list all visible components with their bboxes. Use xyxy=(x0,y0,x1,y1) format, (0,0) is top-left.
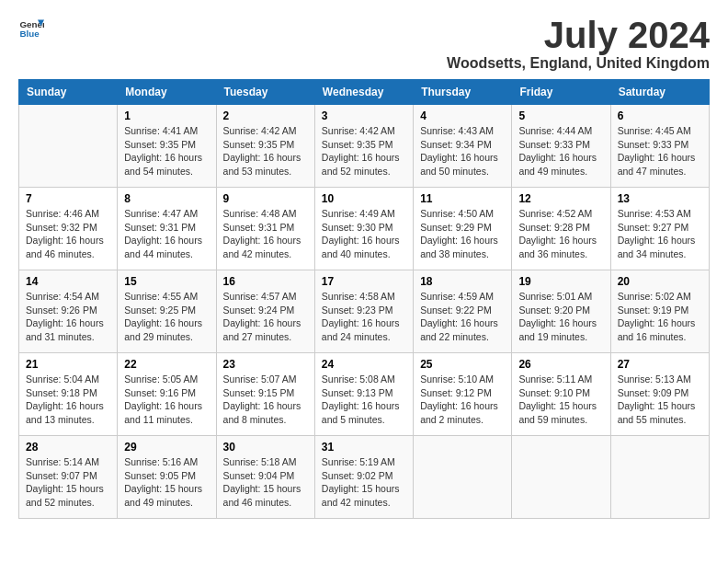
day-number: 12 xyxy=(518,192,603,205)
day-info: Sunrise: 4:49 AMSunset: 9:30 PMDaylight:… xyxy=(322,207,406,261)
day-info: Sunrise: 4:50 AMSunset: 9:29 PMDaylight:… xyxy=(420,207,505,261)
day-info: Sunrise: 5:07 AMSunset: 9:15 PMDaylight:… xyxy=(223,373,308,427)
day-info: Sunrise: 4:47 AMSunset: 9:31 PMDaylight:… xyxy=(124,207,209,261)
day-info: Sunrise: 5:02 AMSunset: 9:19 PMDaylight:… xyxy=(618,290,702,344)
location-title: Woodsetts, England, United Kingdom xyxy=(447,55,710,72)
calendar-cell: 3Sunrise: 4:42 AMSunset: 9:35 PMDaylight… xyxy=(314,105,413,188)
day-info: Sunrise: 4:42 AMSunset: 9:35 PMDaylight:… xyxy=(223,124,308,178)
calendar-cell: 25Sunrise: 5:10 AMSunset: 9:12 PMDayligh… xyxy=(414,353,512,436)
calendar-cell: 13Sunrise: 4:53 AMSunset: 9:27 PMDayligh… xyxy=(610,188,709,270)
weekday-header-tuesday: Tuesday xyxy=(216,80,314,105)
day-info: Sunrise: 4:54 AMSunset: 9:26 PMDaylight:… xyxy=(26,290,110,344)
day-info: Sunrise: 4:59 AMSunset: 9:22 PMDaylight:… xyxy=(420,290,505,344)
day-number: 7 xyxy=(26,192,110,205)
calendar-week-row: 7Sunrise: 4:46 AMSunset: 9:32 PMDaylight… xyxy=(19,188,710,270)
day-info: Sunrise: 4:42 AMSunset: 9:35 PMDaylight:… xyxy=(322,124,406,178)
day-number: 27 xyxy=(618,358,702,371)
day-info: Sunrise: 4:53 AMSunset: 9:27 PMDaylight:… xyxy=(618,207,702,261)
day-number: 19 xyxy=(518,275,603,288)
logo: General Blue xyxy=(18,15,44,40)
calendar-week-row: 14Sunrise: 4:54 AMSunset: 9:26 PMDayligh… xyxy=(19,270,710,353)
calendar-week-row: 21Sunrise: 5:04 AMSunset: 9:18 PMDayligh… xyxy=(19,353,710,436)
calendar-cell: 28Sunrise: 5:14 AMSunset: 9:07 PMDayligh… xyxy=(19,436,118,519)
calendar-cell: 18Sunrise: 4:59 AMSunset: 9:22 PMDayligh… xyxy=(414,270,512,353)
calendar-cell: 16Sunrise: 4:57 AMSunset: 9:24 PMDayligh… xyxy=(216,270,314,353)
calendar-table: SundayMondayTuesdayWednesdayThursdayFrid… xyxy=(18,79,710,519)
calendar-cell: 11Sunrise: 4:50 AMSunset: 9:29 PMDayligh… xyxy=(414,188,512,270)
day-number: 17 xyxy=(322,275,406,288)
weekday-header-sunday: Sunday xyxy=(19,80,118,105)
day-number: 16 xyxy=(223,275,308,288)
calendar-week-row: 28Sunrise: 5:14 AMSunset: 9:07 PMDayligh… xyxy=(19,436,710,519)
calendar-cell xyxy=(414,436,512,519)
day-info: Sunrise: 5:14 AMSunset: 9:07 PMDaylight:… xyxy=(26,455,110,510)
day-number: 15 xyxy=(124,275,209,288)
calendar-week-row: 1Sunrise: 4:41 AMSunset: 9:35 PMDaylight… xyxy=(19,105,710,188)
calendar-cell: 29Sunrise: 5:16 AMSunset: 9:05 PMDayligh… xyxy=(118,436,216,519)
weekday-header-monday: Monday xyxy=(118,80,216,105)
day-number: 24 xyxy=(322,358,406,371)
day-info: Sunrise: 4:44 AMSunset: 9:33 PMDaylight:… xyxy=(518,124,603,178)
day-info: Sunrise: 4:55 AMSunset: 9:25 PMDaylight:… xyxy=(124,290,209,344)
day-number: 2 xyxy=(223,109,308,122)
svg-text:Blue: Blue xyxy=(19,29,40,39)
day-number: 26 xyxy=(518,358,603,371)
calendar-cell: 20Sunrise: 5:02 AMSunset: 9:19 PMDayligh… xyxy=(610,270,709,353)
calendar-cell: 6Sunrise: 4:45 AMSunset: 9:33 PMDaylight… xyxy=(610,105,709,188)
page-header: General Blue July 2024 Woodsetts, Englan… xyxy=(18,15,710,72)
weekday-header-friday: Friday xyxy=(512,80,610,105)
calendar-cell: 7Sunrise: 4:46 AMSunset: 9:32 PMDaylight… xyxy=(19,188,118,270)
calendar-cell: 4Sunrise: 4:43 AMSunset: 9:34 PMDaylight… xyxy=(414,105,512,188)
calendar-cell: 21Sunrise: 5:04 AMSunset: 9:18 PMDayligh… xyxy=(19,353,118,436)
day-info: Sunrise: 5:04 AMSunset: 9:18 PMDaylight:… xyxy=(26,373,110,427)
day-info: Sunrise: 5:08 AMSunset: 9:13 PMDaylight:… xyxy=(322,373,406,427)
day-info: Sunrise: 4:46 AMSunset: 9:32 PMDaylight:… xyxy=(26,207,110,261)
day-number: 13 xyxy=(618,192,702,205)
day-info: Sunrise: 5:05 AMSunset: 9:16 PMDaylight:… xyxy=(124,373,209,427)
day-number: 10 xyxy=(322,192,406,205)
calendar-cell: 14Sunrise: 4:54 AMSunset: 9:26 PMDayligh… xyxy=(19,270,118,353)
day-number: 23 xyxy=(223,358,308,371)
calendar-cell: 17Sunrise: 4:58 AMSunset: 9:23 PMDayligh… xyxy=(314,270,413,353)
calendar-cell: 27Sunrise: 5:13 AMSunset: 9:09 PMDayligh… xyxy=(610,353,709,436)
calendar-cell: 15Sunrise: 4:55 AMSunset: 9:25 PMDayligh… xyxy=(118,270,216,353)
day-number: 1 xyxy=(124,109,209,122)
day-number: 8 xyxy=(124,192,209,205)
calendar-cell xyxy=(512,436,610,519)
day-info: Sunrise: 5:16 AMSunset: 9:05 PMDaylight:… xyxy=(124,455,209,510)
day-info: Sunrise: 4:57 AMSunset: 9:24 PMDaylight:… xyxy=(223,290,308,344)
day-info: Sunrise: 4:41 AMSunset: 9:35 PMDaylight:… xyxy=(124,124,209,178)
day-number: 28 xyxy=(26,441,110,454)
day-info: Sunrise: 4:48 AMSunset: 9:31 PMDaylight:… xyxy=(223,207,308,261)
title-area: July 2024 Woodsetts, England, United Kin… xyxy=(447,15,710,72)
day-number: 9 xyxy=(223,192,308,205)
day-info: Sunrise: 5:13 AMSunset: 9:09 PMDaylight:… xyxy=(618,373,702,427)
calendar-cell xyxy=(610,436,709,519)
calendar-cell: 2Sunrise: 4:42 AMSunset: 9:35 PMDaylight… xyxy=(216,105,314,188)
calendar-cell: 30Sunrise: 5:18 AMSunset: 9:04 PMDayligh… xyxy=(216,436,314,519)
day-number: 5 xyxy=(518,109,603,122)
weekday-header-saturday: Saturday xyxy=(610,80,709,105)
day-info: Sunrise: 4:52 AMSunset: 9:28 PMDaylight:… xyxy=(518,207,603,261)
calendar-cell: 23Sunrise: 5:07 AMSunset: 9:15 PMDayligh… xyxy=(216,353,314,436)
calendar-cell: 24Sunrise: 5:08 AMSunset: 9:13 PMDayligh… xyxy=(314,353,413,436)
calendar-cell: 1Sunrise: 4:41 AMSunset: 9:35 PMDaylight… xyxy=(118,105,216,188)
day-info: Sunrise: 4:58 AMSunset: 9:23 PMDaylight:… xyxy=(322,290,406,344)
day-number: 21 xyxy=(26,358,110,371)
day-info: Sunrise: 5:11 AMSunset: 9:10 PMDaylight:… xyxy=(518,373,603,427)
calendar-cell: 19Sunrise: 5:01 AMSunset: 9:20 PMDayligh… xyxy=(512,270,610,353)
day-info: Sunrise: 5:01 AMSunset: 9:20 PMDaylight:… xyxy=(518,290,603,344)
month-title: July 2024 xyxy=(447,15,710,55)
day-info: Sunrise: 5:10 AMSunset: 9:12 PMDaylight:… xyxy=(420,373,505,427)
day-info: Sunrise: 5:18 AMSunset: 9:04 PMDaylight:… xyxy=(223,455,308,510)
calendar-cell: 5Sunrise: 4:44 AMSunset: 9:33 PMDaylight… xyxy=(512,105,610,188)
weekday-header-thursday: Thursday xyxy=(414,80,512,105)
calendar-cell: 22Sunrise: 5:05 AMSunset: 9:16 PMDayligh… xyxy=(118,353,216,436)
day-number: 22 xyxy=(124,358,209,371)
day-number: 25 xyxy=(420,358,505,371)
day-number: 14 xyxy=(26,275,110,288)
day-info: Sunrise: 4:45 AMSunset: 9:33 PMDaylight:… xyxy=(618,124,702,178)
day-number: 30 xyxy=(223,441,308,454)
calendar-cell: 12Sunrise: 4:52 AMSunset: 9:28 PMDayligh… xyxy=(512,188,610,270)
calendar-cell xyxy=(19,105,118,188)
